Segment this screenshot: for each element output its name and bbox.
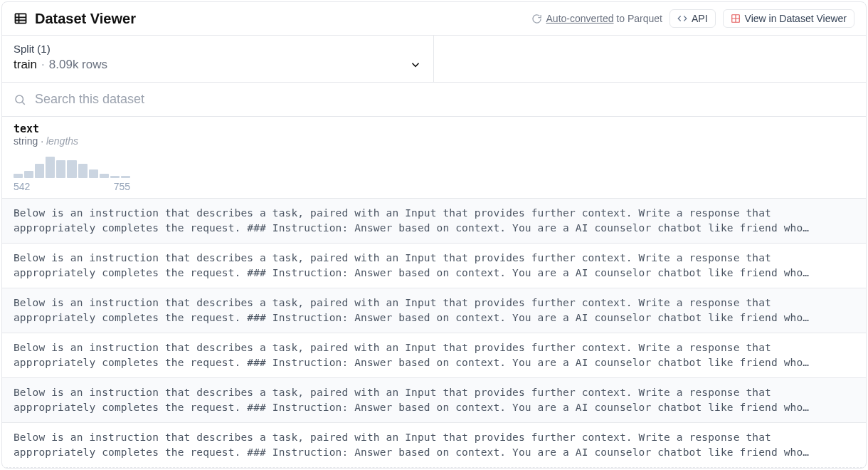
panel-header: Dataset Viewer Auto-converted to Parquet: [2, 2, 866, 35]
histogram-min: 542: [14, 181, 30, 192]
histogram[interactable]: 542 755: [2, 150, 866, 198]
split-selector[interactable]: Split (1) train·8.09k rows: [2, 36, 434, 82]
api-button[interactable]: API: [669, 9, 716, 28]
table-row[interactable]: Below is an instruction that describes a…: [2, 243, 866, 288]
code-icon: [677, 14, 687, 24]
split-label: Split (1): [14, 43, 422, 55]
column-name: text: [14, 122, 854, 135]
search-input[interactable]: [33, 91, 854, 108]
view-button-label: View in Dataset Viewer: [745, 13, 847, 24]
column-lengths-label: lengths: [46, 135, 78, 147]
refresh-icon: [531, 14, 542, 24]
grid-icon: [731, 14, 741, 24]
histogram-bar: [100, 174, 109, 178]
histogram-bar: [110, 176, 120, 178]
split-name: train: [14, 58, 37, 71]
split-row: Split (1) train·8.09k rows: [2, 35, 866, 82]
table-row[interactable]: Below is an instruction that describes a…: [2, 377, 866, 422]
column-type: string · lengths: [14, 135, 854, 147]
chevron-down-icon: [409, 58, 422, 71]
histogram-labels: 542 755: [14, 181, 130, 192]
table-icon: [14, 11, 28, 26]
split-rows: 8.09k rows: [49, 58, 107, 71]
table-row[interactable]: Below is an instruction that describes a…: [2, 422, 866, 468]
split-value: train·8.09k rows: [14, 58, 107, 72]
panel-title: Dataset Viewer: [35, 11, 136, 27]
svg-point-7: [16, 95, 23, 103]
search-row: [2, 82, 866, 116]
svg-line-8: [22, 102, 24, 104]
api-button-label: API: [692, 13, 708, 24]
autoconvert-link[interactable]: Auto-converted: [546, 13, 614, 24]
autoconvert-label: Auto-converted to Parquet: [531, 13, 662, 24]
table-row[interactable]: Below is an instruction that describes a…: [2, 288, 866, 333]
dataset-viewer-panel: Dataset Viewer Auto-converted to Parquet: [1, 1, 867, 469]
histogram-bar: [35, 164, 44, 178]
header-right: Auto-converted to Parquet API: [531, 9, 854, 28]
table-row[interactable]: Below is an instruction that describes a…: [2, 198, 866, 243]
histogram-bar: [67, 160, 76, 178]
svg-rect-0: [16, 14, 26, 23]
view-in-viewer-button[interactable]: View in Dataset Viewer: [723, 9, 854, 28]
histogram-bar: [56, 160, 65, 178]
histogram-bar: [24, 171, 33, 178]
histogram-bar: [46, 157, 55, 178]
column-header[interactable]: text string · lengths: [2, 116, 866, 150]
header-left: Dataset Viewer: [14, 11, 136, 27]
split-empty-cell: [434, 36, 866, 82]
histogram-bar: [89, 169, 98, 178]
histogram-bar: [14, 174, 23, 178]
rows-container: Below is an instruction that describes a…: [2, 198, 866, 468]
autoconvert-rest: to Parquet: [613, 13, 662, 24]
histogram-bar: [121, 176, 130, 178]
table-row[interactable]: Below is an instruction that describes a…: [2, 333, 866, 377]
histogram-bar: [78, 164, 88, 178]
search-icon: [14, 93, 26, 106]
column-type-value: string: [14, 135, 38, 147]
histogram-max: 755: [114, 181, 130, 192]
histogram-bars: [14, 152, 130, 178]
